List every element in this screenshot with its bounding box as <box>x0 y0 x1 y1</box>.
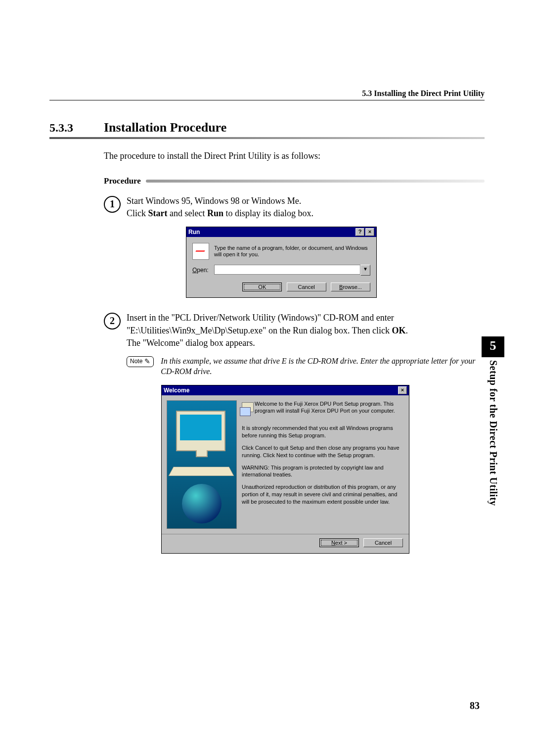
run-title: Run <box>188 229 200 236</box>
welcome-title: Welcome <box>164 387 189 394</box>
run-dialog-figure: Run ? × Type the name of a program, fold… <box>127 227 485 298</box>
note-label: Note <box>130 358 142 365</box>
step-2-line1c: . <box>406 326 408 335</box>
side-tab: 5 Setup for the Direct Print Utility <box>482 336 504 508</box>
step-1-marker: 1 <box>104 195 127 220</box>
welcome-intro: Welcome to the Fuji Xerox DPU Port Setup… <box>255 400 404 415</box>
step-1: 1 Start Windows 95, Windows 98 or Window… <box>104 195 485 220</box>
globe-icon <box>182 484 222 523</box>
step-2-marker: 2 <box>104 312 127 349</box>
welcome-sidebar-image <box>167 400 237 529</box>
welcome-legal: Unauthorized reproduction or distributio… <box>242 483 404 506</box>
step-1-line2e: to display its dialog box. <box>223 208 313 218</box>
procedure-label: Procedure <box>104 176 141 186</box>
intro-text: The procedure to install the Direct Prin… <box>104 151 485 161</box>
step-1-body: Start Windows 95, Windows 98 or Windows … <box>127 195 485 220</box>
run-help-button[interactable]: ? <box>356 228 364 236</box>
welcome-titlebar: Welcome × <box>162 385 409 395</box>
section-number: 5.3.3 <box>49 121 104 135</box>
welcome-cancel-button[interactable]: Cancel <box>363 538 403 547</box>
step-2-line1a: Insert in the "PCL Driver/Network Utilit… <box>127 313 394 335</box>
run-open-dropdown[interactable]: ▼ <box>360 265 370 276</box>
page-number: 83 <box>470 700 480 711</box>
run-dialog: Run ? × Type the name of a program, fold… <box>186 227 377 298</box>
welcome-next-button[interactable]: Next > <box>319 538 359 547</box>
chapter-title-vertical: Setup for the Direct Print Utility <box>488 360 499 506</box>
step-1-line2: Click Start and select Run to display it… <box>127 207 485 220</box>
keyboard-icon <box>169 467 234 475</box>
run-open-combobox[interactable]: ▼ <box>214 265 370 276</box>
step-1-line2a: Click <box>127 208 148 218</box>
welcome-dialog: Welcome × Welcome to the Fuji Xerox DPU … <box>161 385 409 554</box>
welcome-close-button[interactable]: × <box>398 386 407 394</box>
step-2-body: Insert in the "PCL Driver/Network Utilit… <box>127 312 485 349</box>
note-text: In this example, we assume that drive E … <box>161 356 485 377</box>
step-2-line1: Insert in the "PCL Driver/Network Utilit… <box>127 312 485 336</box>
run-description: Type the name of a program, folder, or d… <box>214 245 370 258</box>
procedure-rule <box>146 180 485 183</box>
step-1-start-bold: Start <box>148 208 168 218</box>
run-titlebar: Run ? × <box>186 227 376 237</box>
step-2: 2 Insert in the "PCL Driver/Network Util… <box>104 312 485 349</box>
run-icon <box>192 243 209 260</box>
welcome-text-area: Welcome to the Fuji Xerox DPU Port Setup… <box>242 400 404 529</box>
run-browse-button[interactable]: Browse... <box>331 283 370 291</box>
setup-icon <box>242 400 251 417</box>
step-1-number: 1 <box>104 196 121 213</box>
step-1-line2c: and select <box>168 208 207 218</box>
note-badge: Note ✎ <box>127 356 154 367</box>
procedure-header: Procedure <box>104 176 485 186</box>
run-ok-button[interactable]: OK <box>242 283 282 291</box>
run-open-label: Open: <box>192 267 214 274</box>
run-cancel-button[interactable]: Cancel <box>287 283 326 291</box>
section-title: Installation Procedure <box>104 120 226 135</box>
note-speech-icon: ✎ <box>144 357 150 365</box>
running-head: 5.3 Installing the Direct Print Utility <box>49 89 485 100</box>
monitor-icon <box>176 411 225 451</box>
welcome-quit: Click Cancel to quit Setup and then clos… <box>242 444 404 459</box>
note-row: Note ✎ In this example, we assume that d… <box>127 356 485 377</box>
step-2-number: 2 <box>104 313 121 330</box>
run-open-input[interactable] <box>214 265 360 275</box>
welcome-warning: WARNING: This program is protected by co… <box>242 464 404 479</box>
chapter-number-tab: 5 <box>482 336 504 357</box>
section-heading: 5.3.3 Installation Procedure <box>49 120 485 135</box>
step-1-line1: Start Windows 95, Windows 98 or Windows … <box>127 195 485 207</box>
step-2-ok-bold: OK <box>392 326 406 335</box>
step-2-line2: The "Welcome" dialog box appears. <box>127 337 485 349</box>
welcome-dialog-figure: Welcome × Welcome to the Fuji Xerox DPU … <box>127 385 485 554</box>
section-underline <box>49 137 485 139</box>
run-close-button[interactable]: × <box>365 228 374 236</box>
step-1-run-bold: Run <box>207 208 223 218</box>
welcome-recommend: It is strongly recommended that you exit… <box>242 425 404 439</box>
